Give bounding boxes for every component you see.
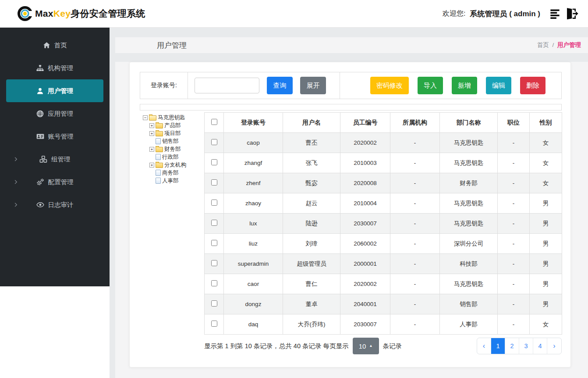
file-icon [156, 178, 161, 184]
table-cell: superadmin [224, 254, 283, 274]
app-root: MaxKey身份安全管理系统 欢迎您: 系统管理员 ( admin ) [0, 0, 588, 378]
row-checkbox[interactable] [211, 159, 217, 165]
table-row-lux[interactable]: lux陆逊2030007-马克思钥匙-男 [205, 214, 562, 234]
password-change-button[interactable]: 密码修改 [370, 77, 409, 94]
edit-button[interactable]: 编辑 [486, 77, 511, 94]
expand-button[interactable]: 展开 [300, 77, 326, 94]
row-select-cell [205, 173, 224, 193]
table-cell: - [498, 294, 530, 314]
login-account-input[interactable] [195, 78, 259, 93]
table-row-zhenf[interactable]: zhenf甄宓2020008-财务部-女 [205, 173, 562, 193]
table-cell: 马克思钥匙 [440, 133, 498, 153]
row-checkbox[interactable] [211, 220, 217, 226]
column-header[interactable]: 用户名 [283, 113, 340, 133]
page-header-bar: 用户管理 首页 / 用户管理 [115, 37, 588, 53]
sidebar-item-label: 日志审计 [48, 201, 74, 209]
row-checkbox[interactable] [211, 200, 217, 206]
sidebar-item-home[interactable]: 首页 [0, 34, 110, 57]
tree-node-0[interactable]: +产品部 [149, 121, 209, 129]
sidebar-item-apps[interactable]: 应用管理 [0, 102, 110, 125]
column-header[interactable]: 所属机构 [390, 113, 440, 133]
sidebar-item-audit[interactable]: 日志审计 [0, 193, 110, 216]
row-checkbox[interactable] [211, 139, 217, 145]
pagination-page-2[interactable]: 2 [505, 338, 519, 354]
tree-node-4[interactable]: 行政部 [149, 153, 209, 161]
tree-node-3[interactable]: +财务部 [149, 145, 209, 153]
table-row-superadmin[interactable]: superadmin超级管理员2000001-科技部-男 [205, 254, 562, 274]
pagination-next[interactable]: › [547, 338, 561, 354]
row-select-cell [205, 153, 224, 173]
chevron-right-icon[interactable] [13, 202, 18, 207]
expand-icon[interactable]: + [149, 147, 154, 152]
table-cell: - [390, 214, 440, 234]
collapse-icon[interactable]: − [143, 115, 148, 120]
row-checkbox[interactable] [211, 280, 217, 286]
sidebar-item-accounts[interactable]: 账号管理 [0, 125, 110, 148]
pagination-page-1[interactable]: 1 [491, 338, 505, 354]
sidebar-item-label: 应用管理 [48, 110, 73, 118]
sidebar-item-groups[interactable]: 组管理 [0, 148, 110, 171]
action-buttons: 密码修改导入新增编辑删除 [340, 72, 561, 99]
logout-icon[interactable] [564, 7, 578, 21]
page-size-dropdown[interactable]: 10 ▲ [353, 338, 379, 354]
column-header[interactable]: 部门名称 [440, 113, 498, 133]
column-header[interactable]: 登录账号 [224, 113, 283, 133]
pagination-prev[interactable]: ‹ [477, 338, 491, 354]
table-row-liuz[interactable]: liuz刘璋2060002-深圳分公司-男 [205, 234, 562, 254]
expand-icon[interactable]: + [149, 163, 154, 168]
row-checkbox[interactable] [211, 321, 217, 327]
chevron-right-icon[interactable] [13, 157, 18, 162]
expand-icon[interactable]: + [149, 131, 154, 136]
import-button[interactable]: 导入 [418, 77, 443, 94]
tree-node-5[interactable]: +分支机构 [149, 161, 209, 169]
tree-spacer [149, 155, 154, 160]
table-row-dongz[interactable]: dongz董卓2040001-销售部-男 [205, 294, 562, 314]
brand: MaxKey身份安全管理系统 [17, 5, 145, 22]
menu-list-icon[interactable] [550, 8, 562, 20]
delete-button[interactable]: 删除 [520, 77, 545, 94]
row-checkbox[interactable] [211, 240, 217, 246]
sidebar-gutter [110, 28, 115, 378]
tree-spacer [149, 171, 154, 175]
page-size-value: 10 [359, 342, 366, 350]
select-all-checkbox[interactable] [211, 119, 217, 125]
column-header[interactable]: 职位 [498, 113, 530, 133]
sidebar-item-users[interactable]: 用户管理 [6, 79, 103, 102]
row-checkbox[interactable] [211, 179, 217, 185]
column-header[interactable]: 员工编号 [340, 113, 390, 133]
table-row-caor[interactable]: caor曹仁2020002-马克思钥匙-男 [205, 274, 562, 294]
sitemap-icon [36, 64, 44, 72]
table-cell: 女 [530, 314, 562, 335]
tree-children: +产品部+项目部销售部+财务部行政部+分支机构商务部人事部 [149, 121, 209, 185]
expand-icon[interactable]: + [149, 123, 154, 128]
table-cell: - [390, 173, 440, 193]
pagination: ‹1234› [477, 338, 562, 354]
navbar-right: 欢迎您: 系统管理员 ( admin ) [443, 7, 578, 21]
table-cell: - [390, 294, 440, 314]
main-area: 用户管理 首页 / 用户管理 登录账号: 查询 展开 密码修改导入新增编辑删除 [115, 28, 588, 378]
row-checkbox[interactable] [211, 300, 217, 307]
sidebar-item-org[interactable]: 机构管理 [0, 57, 110, 79]
pagination-page-4[interactable]: 4 [533, 338, 547, 354]
table-cell: 男 [530, 214, 562, 234]
eye-icon [36, 201, 44, 209]
add-button[interactable]: 新增 [452, 77, 477, 94]
table-row-caop[interactable]: caop曹丕2020002-马克思钥匙-女 [205, 133, 562, 153]
breadcrumb-home-link[interactable]: 首页 [537, 42, 549, 48]
row-checkbox[interactable] [211, 260, 217, 266]
tree-node-1[interactable]: +项目部 [149, 129, 209, 137]
table-row-zhangf[interactable]: zhangf张飞2010003-马克思钥匙-女 [205, 153, 562, 173]
tree-node-2[interactable]: 销售部 [149, 137, 209, 145]
query-button[interactable]: 查询 [267, 77, 293, 94]
tree-node-label: 产品部 [164, 122, 181, 129]
tree-spacer [149, 178, 154, 183]
sidebar-item-config[interactable]: 配置管理 [0, 171, 110, 193]
table-row-daq[interactable]: daq大乔(乔玮)2030007-人事部-女 [205, 314, 562, 335]
tree-node-6[interactable]: 商务部 [149, 169, 209, 177]
tree-node-7[interactable]: 人事部 [149, 177, 209, 185]
pagination-page-3[interactable]: 3 [519, 338, 533, 354]
chevron-right-icon[interactable] [13, 179, 18, 185]
tree-node-root[interactable]: −马克思钥匙 [143, 114, 209, 121]
table-row-zhaoy[interactable]: zhaoy赵云2010004-马克思钥匙-男 [205, 193, 562, 214]
column-header[interactable]: 性别 [530, 113, 562, 133]
